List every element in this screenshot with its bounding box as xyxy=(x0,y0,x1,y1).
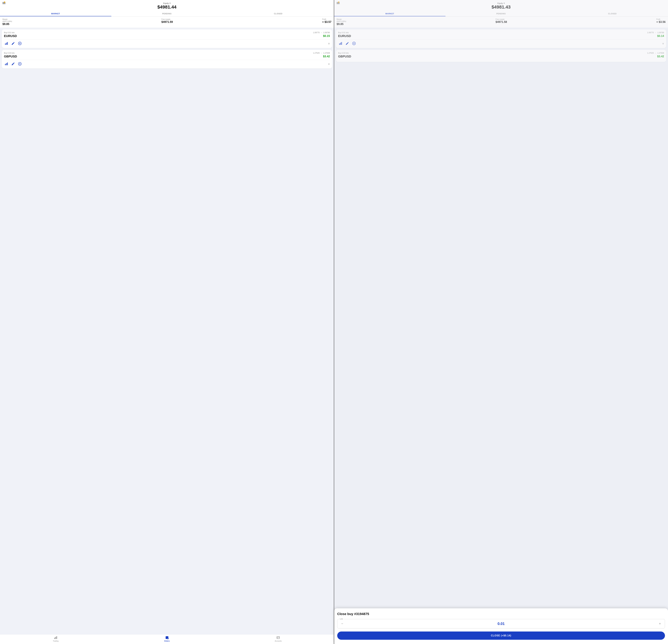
lots-input-row: − 0.01 + xyxy=(340,621,662,627)
menu-notification-dot xyxy=(4,1,5,3)
orders-list-left: Buy 0.01 lots 1.09775 → 1.09790 EURUSD $… xyxy=(0,28,334,634)
free-margin-item-right: Free margin $4971.58 xyxy=(496,18,507,26)
order-prices-gbpusd-left: 1.27525 → 1.27639 xyxy=(313,52,330,54)
right-header: Equity $4981.43 xyxy=(334,0,668,11)
profit-value-left: + $3.57 xyxy=(322,20,331,23)
margin-row-left: Margin (50572.99%) $9.85 Free margin $49… xyxy=(0,16,334,28)
chevron-down-icon-gbpusd-left[interactable]: ∨ xyxy=(328,62,330,65)
lots-increase-button[interactable]: + xyxy=(657,621,662,626)
order-profit-gbpusd-right: $3.42 xyxy=(657,55,664,58)
chart-icon-eurusd-right[interactable] xyxy=(338,41,343,46)
order-symbol-eurusd-right: EURUSD xyxy=(338,34,351,38)
lots-value: 0.01 xyxy=(498,622,505,626)
profit-value-right: + $3.56 xyxy=(656,20,666,23)
order-profit-gbpusd-left: $3.42 xyxy=(323,55,330,58)
order-card-gbpusd-left: Buy 0.03 lots 1.27525 → 1.27639 GBPUSD $… xyxy=(2,50,332,68)
equity-label-right: Equity xyxy=(337,2,666,4)
svg-rect-9 xyxy=(55,637,56,639)
bottom-nav-left: Trading Orders Accounts xyxy=(0,634,334,644)
margin-item-right: Margin (50572.89%) $9.85 xyxy=(337,18,346,26)
nav-orders-label-left: Orders xyxy=(164,640,170,642)
orders-nav-icon xyxy=(165,636,169,640)
svg-rect-14 xyxy=(277,638,278,638)
order-divider-1-right xyxy=(338,39,664,40)
svg-rect-13 xyxy=(277,637,279,639)
svg-rect-2 xyxy=(7,42,8,45)
tab-closed-right[interactable]: CLOSED xyxy=(557,11,668,16)
close-trade-button[interactable]: CLOSE (+$0.14) xyxy=(337,631,665,640)
svg-rect-16 xyxy=(340,43,341,45)
order-divider-2-left xyxy=(4,60,330,60)
free-margin-label-right: Free margin xyxy=(496,18,507,20)
order-actions-eurusd-right: ∨ xyxy=(338,41,664,46)
margin-label-right: Margin xyxy=(337,18,346,20)
equity-dropdown-arrow-right[interactable] xyxy=(504,3,505,4)
margin-label-left: Margin xyxy=(2,18,12,20)
equity-text: Equity xyxy=(163,2,169,4)
order-buy-info-gbpusd-left: Buy 0.03 lots xyxy=(4,52,15,54)
order-card-eurusd-left: Buy 0.01 lots 1.09775 → 1.09790 EURUSD $… xyxy=(2,29,332,48)
order-prices-gbpusd-right: 1.27525 → 1.27639 xyxy=(647,52,664,54)
order-card-eurusd-right: Buy 0.01 lots 1.09775 → 1.09789 EURUSD $… xyxy=(336,29,666,48)
order-actions-gbpusd-left: ∨ xyxy=(4,61,330,66)
right-panel: Equity $4981.43 MARKET PENDING CLOSED Ma… xyxy=(334,0,668,644)
nav-accounts-left[interactable]: Accounts xyxy=(223,636,334,642)
nav-orders-left[interactable]: Orders xyxy=(111,636,223,642)
edit-icon-gbpusd-left[interactable] xyxy=(11,61,16,66)
svg-rect-15 xyxy=(339,44,340,45)
svg-rect-5 xyxy=(6,63,7,65)
svg-rect-10 xyxy=(57,636,57,639)
chart-icon-eurusd-left[interactable] xyxy=(4,41,9,46)
left-tabs: MARKET PENDING CLOSED xyxy=(0,11,334,16)
accounts-nav-icon xyxy=(276,636,280,640)
nav-accounts-label-left: Accounts xyxy=(275,640,282,642)
equity-text-right: Equity xyxy=(497,2,503,4)
order-prices-eurusd-left: 1.09775 → 1.09790 xyxy=(313,32,330,34)
svg-rect-4 xyxy=(5,64,6,65)
order-card-gbpusd-right: Buy 0.03 lots 1.27525 → 1.27639 GBPUSD $… xyxy=(336,50,666,62)
margin-sublabel-right: (50572.89%) xyxy=(337,20,346,22)
order-buy-info-gbpusd-right: Buy 0.03 lots xyxy=(338,52,349,54)
nav-trading-left[interactable]: Trading xyxy=(0,636,111,642)
lots-label: Lots xyxy=(339,618,344,620)
modal-title: Close buy #3194875 xyxy=(337,612,665,616)
tab-market-left[interactable]: MARKET xyxy=(0,11,111,16)
svg-rect-8 xyxy=(54,638,55,639)
menu-notification-dot-right xyxy=(338,1,339,3)
tab-market-right[interactable]: MARKET xyxy=(334,11,445,16)
orders-list-right: Buy 0.01 lots 1.09775 → 1.09789 EURUSD $… xyxy=(334,28,668,644)
margin-sublabel-left: (50572.99%) xyxy=(2,20,12,22)
profit-item-left: Profit + $3.57 xyxy=(322,18,331,26)
order-symbol-eurusd-left: EURUSD xyxy=(4,34,17,38)
free-margin-item-left: Free margin $4971.59 xyxy=(161,18,173,26)
chevron-down-icon-eurusd-right[interactable]: ∨ xyxy=(662,42,664,45)
tab-closed-left[interactable]: CLOSED xyxy=(223,11,334,16)
lots-decrease-button[interactable]: − xyxy=(340,621,345,626)
free-margin-label-left: Free margin xyxy=(161,18,173,20)
left-header: Equity $4981.44 xyxy=(0,0,334,11)
order-buy-info-eurusd-right: Buy 0.01 lots xyxy=(338,32,349,34)
profit-label-left: Profit xyxy=(322,18,331,20)
svg-rect-1 xyxy=(6,43,7,45)
edit-icon-eurusd-left[interactable] xyxy=(11,41,16,46)
close-icon-eurusd-right[interactable] xyxy=(351,41,356,46)
profit-label-right: Profit xyxy=(656,18,666,20)
trading-nav-icon xyxy=(54,636,58,640)
close-icon-gbpusd-left[interactable] xyxy=(17,61,22,66)
profit-item-right: Profit + $3.56 xyxy=(656,18,666,26)
order-buy-info-eurusd-left: Buy 0.01 lots xyxy=(4,32,15,34)
left-panel: Equity $4981.44 MARKET PENDING CLOSED Ma… xyxy=(0,0,334,644)
order-symbol-gbpusd-right: GBPUSD xyxy=(338,55,351,58)
right-tabs: MARKET PENDING CLOSED xyxy=(334,11,668,16)
equity-dropdown-arrow[interactable] xyxy=(169,3,171,4)
free-margin-value-left: $4971.59 xyxy=(161,20,173,23)
chart-icon-gbpusd-left[interactable] xyxy=(4,61,9,66)
order-divider-1-left xyxy=(4,39,330,40)
tab-pending-right[interactable]: PENDING xyxy=(445,11,557,16)
order-profit-eurusd-right: $0.14 xyxy=(657,34,664,38)
close-icon-eurusd-left[interactable] xyxy=(17,41,22,46)
chevron-down-icon-eurusd-left[interactable]: ∨ xyxy=(328,42,330,45)
tab-pending-left[interactable]: PENDING xyxy=(111,11,223,16)
svg-rect-0 xyxy=(5,44,6,45)
edit-icon-eurusd-right[interactable] xyxy=(345,41,350,46)
